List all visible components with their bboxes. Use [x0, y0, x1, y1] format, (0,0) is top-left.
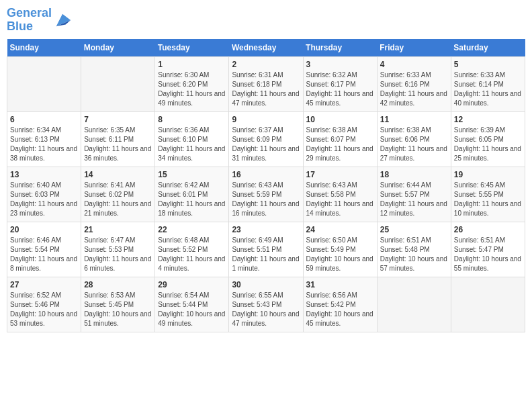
calendar-cell: 21Sunrise: 6:47 AM Sunset: 5:53 PM Dayli…	[81, 222, 155, 277]
calendar-cell: 28Sunrise: 6:53 AM Sunset: 5:45 PM Dayli…	[81, 277, 155, 332]
day-info: Sunrise: 6:55 AM Sunset: 5:43 PM Dayligh…	[232, 291, 300, 328]
calendar-cell	[7, 56, 81, 111]
weekday-header: Friday	[377, 39, 451, 57]
day-number: 7	[84, 115, 152, 124]
calendar-cell: 27Sunrise: 6:52 AM Sunset: 5:46 PM Dayli…	[7, 277, 81, 332]
day-info: Sunrise: 6:39 AM Sunset: 6:05 PM Dayligh…	[454, 126, 522, 163]
day-info: Sunrise: 6:30 AM Sunset: 6:20 PM Dayligh…	[158, 71, 226, 108]
day-info: Sunrise: 6:44 AM Sunset: 5:57 PM Dayligh…	[380, 181, 448, 218]
logo-icon	[53, 11, 72, 30]
calendar-cell: 26Sunrise: 6:51 AM Sunset: 5:47 PM Dayli…	[451, 222, 525, 277]
day-number: 15	[158, 170, 226, 179]
weekday-row: SundayMondayTuesdayWednesdayThursdayFrid…	[7, 39, 525, 57]
day-info: Sunrise: 6:34 AM Sunset: 6:13 PM Dayligh…	[10, 126, 78, 163]
day-info: Sunrise: 6:33 AM Sunset: 6:14 PM Dayligh…	[454, 71, 522, 108]
weekday-header: Monday	[81, 39, 155, 57]
calendar-cell	[451, 277, 525, 332]
calendar-cell: 7Sunrise: 6:35 AM Sunset: 6:11 PM Daylig…	[81, 111, 155, 167]
calendar-header: SundayMondayTuesdayWednesdayThursdayFrid…	[7, 39, 525, 57]
day-info: Sunrise: 6:36 AM Sunset: 6:10 PM Dayligh…	[158, 126, 226, 163]
day-number: 16	[232, 170, 300, 179]
calendar-cell: 24Sunrise: 6:50 AM Sunset: 5:49 PM Dayli…	[303, 222, 377, 277]
day-number: 19	[454, 170, 522, 179]
weekday-header: Saturday	[451, 39, 525, 57]
calendar-cell: 16Sunrise: 6:43 AM Sunset: 5:59 PM Dayli…	[229, 167, 303, 222]
calendar-cell: 17Sunrise: 6:43 AM Sunset: 5:58 PM Dayli…	[303, 167, 377, 222]
calendar-cell: 19Sunrise: 6:45 AM Sunset: 5:55 PM Dayli…	[451, 167, 525, 222]
day-info: Sunrise: 6:32 AM Sunset: 6:17 PM Dayligh…	[306, 71, 374, 108]
day-number: 10	[306, 115, 374, 124]
day-info: Sunrise: 6:49 AM Sunset: 5:51 PM Dayligh…	[232, 236, 300, 273]
day-info: Sunrise: 6:52 AM Sunset: 5:46 PM Dayligh…	[10, 291, 78, 328]
calendar-cell: 1Sunrise: 6:30 AM Sunset: 6:20 PM Daylig…	[155, 56, 229, 111]
day-number: 23	[232, 225, 300, 234]
day-info: Sunrise: 6:56 AM Sunset: 5:42 PM Dayligh…	[306, 291, 374, 328]
day-info: Sunrise: 6:41 AM Sunset: 6:02 PM Dayligh…	[84, 181, 152, 218]
calendar-cell	[81, 56, 155, 111]
calendar-cell: 2Sunrise: 6:31 AM Sunset: 6:18 PM Daylig…	[229, 56, 303, 111]
day-info: Sunrise: 6:31 AM Sunset: 6:18 PM Dayligh…	[232, 71, 300, 108]
calendar-cell: 25Sunrise: 6:51 AM Sunset: 5:48 PM Dayli…	[377, 222, 451, 277]
calendar-cell: 5Sunrise: 6:33 AM Sunset: 6:14 PM Daylig…	[451, 56, 525, 111]
day-info: Sunrise: 6:54 AM Sunset: 5:44 PM Dayligh…	[158, 291, 226, 328]
page-header: General Blue	[7, 7, 525, 34]
calendar-table: SundayMondayTuesdayWednesdayThursdayFrid…	[7, 39, 525, 332]
day-number: 18	[380, 170, 448, 179]
day-number: 24	[306, 225, 374, 234]
day-info: Sunrise: 6:42 AM Sunset: 6:01 PM Dayligh…	[158, 181, 226, 218]
calendar-cell: 14Sunrise: 6:41 AM Sunset: 6:02 PM Dayli…	[81, 167, 155, 222]
day-info: Sunrise: 6:51 AM Sunset: 5:47 PM Dayligh…	[454, 236, 522, 273]
day-number: 3	[306, 60, 374, 69]
day-number: 4	[380, 60, 448, 69]
day-info: Sunrise: 6:38 AM Sunset: 6:06 PM Dayligh…	[380, 126, 448, 163]
calendar-cell: 11Sunrise: 6:38 AM Sunset: 6:06 PM Dayli…	[377, 111, 451, 167]
calendar-cell: 4Sunrise: 6:33 AM Sunset: 6:16 PM Daylig…	[377, 56, 451, 111]
day-info: Sunrise: 6:33 AM Sunset: 6:16 PM Dayligh…	[380, 71, 448, 108]
day-info: Sunrise: 6:38 AM Sunset: 6:07 PM Dayligh…	[306, 126, 374, 163]
logo: General Blue	[7, 7, 72, 34]
calendar-cell: 8Sunrise: 6:36 AM Sunset: 6:10 PM Daylig…	[155, 111, 229, 167]
day-number: 30	[232, 280, 300, 289]
calendar-body: 1Sunrise: 6:30 AM Sunset: 6:20 PM Daylig…	[7, 56, 525, 332]
calendar-cell: 15Sunrise: 6:42 AM Sunset: 6:01 PM Dayli…	[155, 167, 229, 222]
day-number: 25	[380, 225, 448, 234]
day-info: Sunrise: 6:51 AM Sunset: 5:48 PM Dayligh…	[380, 236, 448, 273]
weekday-header: Sunday	[7, 39, 81, 57]
calendar-cell: 6Sunrise: 6:34 AM Sunset: 6:13 PM Daylig…	[7, 111, 81, 167]
calendar-week-row: 20Sunrise: 6:46 AM Sunset: 5:54 PM Dayli…	[7, 222, 525, 277]
day-number: 27	[10, 280, 78, 289]
day-number: 1	[158, 60, 226, 69]
calendar-cell: 18Sunrise: 6:44 AM Sunset: 5:57 PM Dayli…	[377, 167, 451, 222]
day-number: 13	[10, 170, 78, 179]
calendar-week-row: 1Sunrise: 6:30 AM Sunset: 6:20 PM Daylig…	[7, 56, 525, 111]
weekday-header: Thursday	[303, 39, 377, 57]
day-info: Sunrise: 6:47 AM Sunset: 5:53 PM Dayligh…	[84, 236, 152, 273]
calendar-week-row: 27Sunrise: 6:52 AM Sunset: 5:46 PM Dayli…	[7, 277, 525, 332]
day-number: 28	[84, 280, 152, 289]
day-number: 14	[84, 170, 152, 179]
calendar-cell: 22Sunrise: 6:48 AM Sunset: 5:52 PM Dayli…	[155, 222, 229, 277]
calendar-cell: 3Sunrise: 6:32 AM Sunset: 6:17 PM Daylig…	[303, 56, 377, 111]
day-number: 31	[306, 280, 374, 289]
day-info: Sunrise: 6:35 AM Sunset: 6:11 PM Dayligh…	[84, 126, 152, 163]
logo-text: General Blue	[7, 7, 52, 34]
day-number: 2	[232, 60, 300, 69]
day-info: Sunrise: 6:37 AM Sunset: 6:09 PM Dayligh…	[232, 126, 300, 163]
day-number: 22	[158, 225, 226, 234]
day-number: 20	[10, 225, 78, 234]
day-number: 11	[380, 115, 448, 124]
day-info: Sunrise: 6:40 AM Sunset: 6:03 PM Dayligh…	[10, 181, 78, 218]
weekday-header: Tuesday	[155, 39, 229, 57]
calendar-cell: 12Sunrise: 6:39 AM Sunset: 6:05 PM Dayli…	[451, 111, 525, 167]
calendar-cell: 30Sunrise: 6:55 AM Sunset: 5:43 PM Dayli…	[229, 277, 303, 332]
day-number: 21	[84, 225, 152, 234]
day-number: 29	[158, 280, 226, 289]
day-number: 6	[10, 115, 78, 124]
day-info: Sunrise: 6:53 AM Sunset: 5:45 PM Dayligh…	[84, 291, 152, 328]
calendar-cell: 31Sunrise: 6:56 AM Sunset: 5:42 PM Dayli…	[303, 277, 377, 332]
calendar-cell: 13Sunrise: 6:40 AM Sunset: 6:03 PM Dayli…	[7, 167, 81, 222]
day-number: 5	[454, 60, 522, 69]
calendar-cell: 29Sunrise: 6:54 AM Sunset: 5:44 PM Dayli…	[155, 277, 229, 332]
day-info: Sunrise: 6:43 AM Sunset: 5:58 PM Dayligh…	[306, 181, 374, 218]
day-info: Sunrise: 6:48 AM Sunset: 5:52 PM Dayligh…	[158, 236, 226, 273]
